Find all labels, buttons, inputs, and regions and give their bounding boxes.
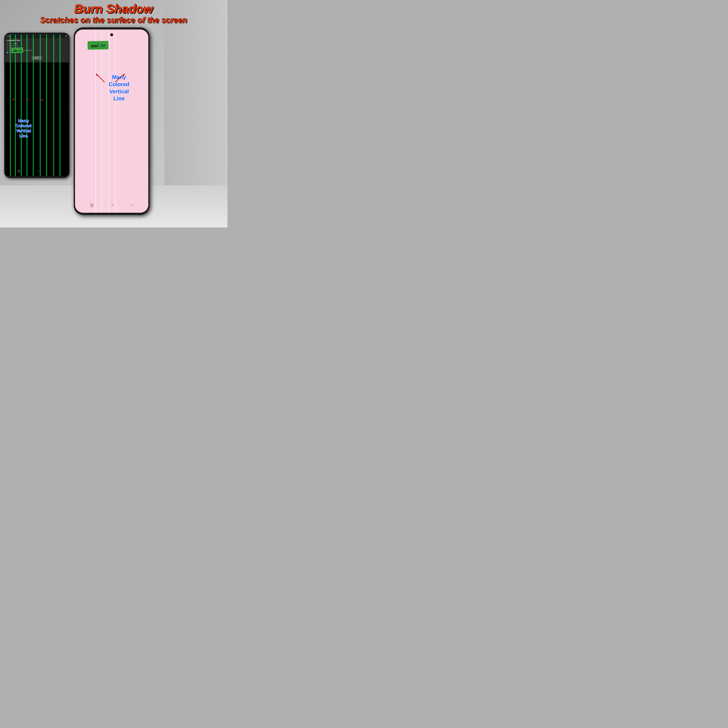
radio-dot-stop [7, 52, 8, 53]
right-label-vertical: Vertical [109, 88, 129, 95]
left-status-icons: ⚙ [65, 35, 67, 37]
exit-button[interactable]: EXIT [32, 56, 42, 60]
radio-item-2: $320+.77 Mic [7, 45, 67, 47]
white-line-4 [115, 29, 116, 213]
radio-item-1: SPK_1stMic [7, 42, 67, 44]
right-phone-container: ▬ $20+.77 Many Colored Vertical Line [74, 28, 150, 215]
left-nav-home[interactable]: ○ [37, 169, 39, 173]
right-nav-menu[interactable]: ||| [90, 203, 93, 207]
right-nav-back[interactable]: ‹ [132, 203, 133, 207]
left-phone-screen: 2:44 ⚙ Loopback Test SPK_1stMic $320+.77… [5, 34, 69, 176]
left-arrow-2: ➔ [25, 96, 29, 102]
price-tag-left: notch $20+.77 [11, 47, 23, 53]
white-line-1 [95, 29, 96, 213]
price-tag-right-value: $20+.77 [91, 44, 106, 48]
radio-dot-3 [7, 47, 8, 49]
left-arrow-3: ➔ [40, 96, 44, 102]
right-arrows-svg [92, 69, 134, 86]
left-label-colored: Colored [15, 123, 32, 128]
price-tag-left-value: $20+.77 [13, 50, 21, 52]
pink-screen-bg [75, 29, 148, 213]
right-nav-home[interactable]: ○ [112, 203, 114, 207]
left-label-vertical: Vertical [15, 128, 32, 133]
right-phone-nav: ||| ○ ‹ [75, 201, 148, 209]
left-nav-menu[interactable]: ||| [18, 169, 20, 173]
right-label-line: Line [109, 95, 129, 102]
right-phone-screen: ▬ $20+.77 Many Colored Vertical Line [75, 29, 148, 213]
left-label-line: Line [15, 133, 32, 138]
title-line2: Scratches on the surface of the screen [0, 15, 228, 25]
title-line1: Burn Shadow [0, 2, 228, 15]
title-area: Burn Shadow Scratches on the surface of … [0, 2, 228, 25]
radio-dot-2 [7, 45, 8, 46]
price-tag-right: ▬ $20+.77 [88, 41, 109, 50]
radio-dot-4 [7, 49, 8, 51]
right-phone: ▬ $20+.77 Many Colored Vertical Line [74, 28, 150, 215]
left-arrow-1: ➔ [10, 96, 16, 102]
white-line-3 [109, 29, 109, 213]
left-status-bar: 2:44 ⚙ [5, 34, 69, 38]
left-phone-container: 2:44 ⚙ Loopback Test SPK_1stMic $320+.77… [4, 33, 69, 178]
left-phone-label: Many Colored Vertical Line [15, 118, 32, 138]
left-phone-nav: ||| ○ [5, 168, 69, 174]
left-label-many: Many [15, 118, 32, 123]
left-time: 2:44 [7, 35, 11, 37]
left-app-title: Loopback Test [7, 40, 67, 41]
radio-dot-1 [7, 43, 8, 44]
camera-hole [110, 33, 113, 36]
white-line-2 [101, 29, 102, 213]
left-phone: 2:44 ⚙ Loopback Test SPK_1stMic $320+.77… [4, 33, 69, 178]
